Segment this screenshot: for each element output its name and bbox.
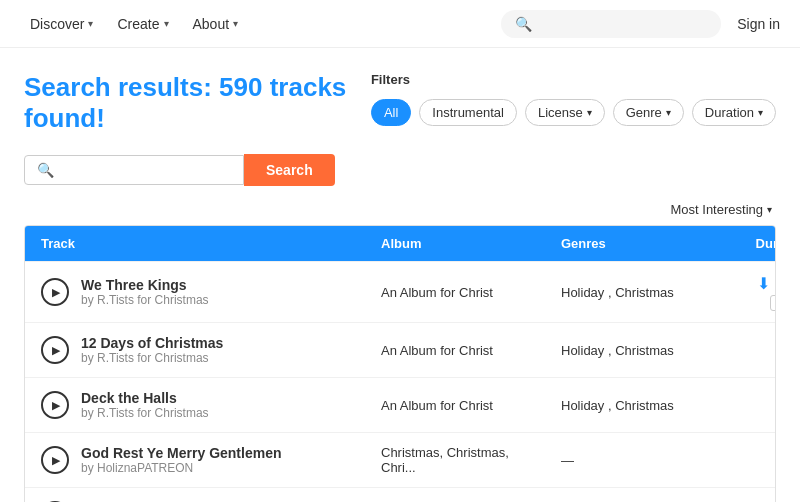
play-icon-2: ▶ [52,399,60,412]
genre-cell-4: — [545,496,725,503]
nav-about-label: About [193,16,230,32]
track-artist-3: by HoliznaPATREON [81,461,281,475]
filter-license[interactable]: License ▾ [525,99,605,126]
track-cell-3: ▶ God Rest Ye Merry Gentlemen by Holizna… [25,433,365,487]
nav-discover-chevron: ▾ [88,18,93,29]
track-name-0: We Three Kings [81,277,209,293]
search-count: 590 [219,72,262,102]
nav-search-input[interactable]: christmas [540,16,715,32]
sort-row: Most Interesting ▾ [24,202,776,217]
search-results-title: Search results: 590 tracks found! [24,72,371,134]
table-row: ▶ Silent Night by HoliznaPATREON Christm… [25,487,775,502]
sign-in-button[interactable]: Sign in [737,16,780,32]
track-cell-1: ▶ 12 Days of Christmas by R.Tists for Ch… [25,323,365,377]
track-name-2: Deck the Halls [81,390,209,406]
play-icon-3: ▶ [52,454,60,467]
header-genres: Genres [545,226,725,261]
filter-all[interactable]: All [371,99,411,126]
search-input-wrapper: 🔍 christmas [24,155,244,185]
duration-cell-4: 03:52 [725,496,776,503]
play-icon-1: ▶ [52,344,60,357]
table-header-row: Track Album Genres Duration [25,226,775,261]
track-name-1: 12 Days of Christmas [81,335,223,351]
header-album: Album [365,226,545,261]
album-cell-3: Christmas, Christmas, Chri... [365,433,545,487]
nav-create[interactable]: Create ▾ [107,10,178,38]
sort-label: Most Interesting [671,202,764,217]
nav-discover[interactable]: Discover ▾ [20,10,103,38]
track-name-3: God Rest Ye Merry Gentlemen [81,445,281,461]
navigation: Discover ▾ Create ▾ About ▾ 🔍 christmas … [0,0,800,48]
duration-cell-3: 03:25 [725,441,776,480]
genre-cell-2: Holiday , Christmas [545,386,725,425]
genre-chevron-icon: ▾ [666,107,671,118]
play-button-2[interactable]: ▶ [41,391,69,419]
nav-search-icon: 🔍 [515,16,532,32]
track-cell-4: ▶ Silent Night by HoliznaPATREON [25,488,365,502]
sort-button[interactable]: Most Interesting ▾ [671,202,773,217]
filter-instrumental[interactable]: Instrumental [419,99,517,126]
track-cell-0: ▶ We Three Kings by R.Tists for Christma… [25,265,365,319]
play-icon-0: ▶ [52,286,60,299]
nav-about-chevron: ▾ [233,18,238,29]
album-cell-2: An Album for Christ [365,386,545,425]
nav-create-label: Create [117,16,159,32]
header-track: Track [25,226,365,261]
nav-about[interactable]: About ▾ [183,10,249,38]
album-cell-0: An Album for Christ [365,273,545,312]
genre-cell-1: Holiday , Christmas [545,331,725,370]
duration-cell-2: 01:04 [725,386,776,425]
track-cell-2: ▶ Deck the Halls by R.Tists for Christma… [25,378,365,432]
sort-chevron-icon: ▾ [767,204,772,215]
search-input-icon: 🔍 [37,162,54,178]
filter-duration[interactable]: Duration ▾ [692,99,776,126]
genre-cell-0: Holiday , Christmas [545,273,725,312]
login-badge-0[interactable]: Login [770,295,776,311]
track-info-2: Deck the Halls by R.Tists for Christmas [81,390,209,420]
play-button-0[interactable]: ▶ [41,278,69,306]
filter-genre[interactable]: Genre ▾ [613,99,684,126]
track-artist-1: by R.Tists for Christmas [81,351,223,365]
duration-cell-0: ⬇ + ♡ Login [725,262,776,322]
nav-create-chevron: ▾ [164,18,169,29]
track-info-3: God Rest Ye Merry Gentlemen by HoliznaPA… [81,445,281,475]
genre-cell-3: — [545,441,725,480]
results-table: Track Album Genres Duration ▶ We Three K… [24,225,776,502]
table-row: ▶ Deck the Halls by R.Tists for Christma… [25,377,775,432]
track-info-0: We Three Kings by R.Tists for Christmas [81,277,209,307]
play-button-1[interactable]: ▶ [41,336,69,364]
download-icon-0[interactable]: ⬇ [757,274,770,293]
table-row: ▶ We Three Kings by R.Tists for Christma… [25,261,775,322]
nav-discover-label: Discover [30,16,84,32]
filter-bar: All Instrumental License ▾ Genre ▾ Durat… [371,99,776,126]
album-cell-1: An Album for Christ [365,331,545,370]
search-input[interactable]: christmas [62,162,231,178]
search-button[interactable]: Search [244,154,335,186]
duration-cell-1: 04:53 [725,331,776,370]
duration-chevron-icon: ▾ [758,107,763,118]
track-info-1: 12 Days of Christmas by R.Tists for Chri… [81,335,223,365]
table-row: ▶ God Rest Ye Merry Gentlemen by Holizna… [25,432,775,487]
table-row: ▶ 12 Days of Christmas by R.Tists for Ch… [25,322,775,377]
album-cell-4: Christmas, Christmas, Chri... [365,488,545,502]
license-chevron-icon: ▾ [587,107,592,118]
track-artist-0: by R.Tists for Christmas [81,293,209,307]
header-duration: Duration [725,226,776,261]
play-button-3[interactable]: ▶ [41,446,69,474]
filters-label: Filters [371,72,410,87]
nav-search-bar: 🔍 christmas [501,10,721,38]
track-artist-2: by R.Tists for Christmas [81,406,209,420]
